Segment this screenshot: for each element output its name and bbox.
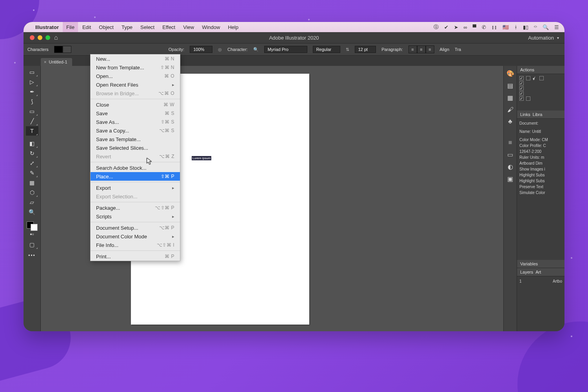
stroke-panel-icon[interactable]: ≡ [508, 139, 512, 146]
file-menu-item-save-selected-slices[interactable]: Save Selected Slices... [91, 143, 180, 152]
curvature-tool[interactable]: ⟆ [26, 97, 38, 106]
file-menu-item-save-a-copy[interactable]: Save a Copy...⌥⌘ S [91, 126, 180, 135]
document-tab[interactable]: × Untitled-1 [41, 58, 72, 66]
screen-icon[interactable]: ▀ [473, 24, 476, 30]
selection-tool[interactable]: ▭ [26, 67, 38, 77]
eraser-tool[interactable]: ◧ [26, 139, 38, 148]
battery-icon[interactable]: ▮▯ [523, 24, 528, 30]
align-right-button[interactable]: ≡ [426, 45, 434, 53]
color-panel-icon[interactable]: 🎨 [506, 70, 514, 77]
font-search-icon[interactable]: 🔍 [253, 47, 259, 52]
font-family-field[interactable]: Myriad Pro [264, 46, 307, 53]
fill-stroke-swatch[interactable] [54, 46, 71, 53]
zoom-window-button[interactable] [45, 35, 50, 40]
home-icon[interactable]: ⌂ [54, 34, 58, 41]
zoom-tool[interactable]: 🔍 [26, 207, 38, 217]
search-icon[interactable]: 🔍 [543, 24, 549, 30]
menu-effect[interactable]: Effect [159, 22, 179, 32]
links-tab-label[interactable]: Links [520, 112, 530, 117]
opacity-field[interactable]: 100% [190, 46, 212, 53]
links-panel-tab[interactable]: Links Libra [517, 111, 564, 119]
file-menu-item-new[interactable]: New...⌘ N [91, 54, 180, 63]
creative-cloud-icon[interactable]: ∞ [464, 24, 467, 30]
bluetooth-icon[interactable]: ᚼ [514, 24, 517, 30]
font-style-field[interactable]: Regular [313, 46, 340, 53]
properties-panel-icon[interactable]: ▤ [507, 82, 513, 89]
file-menu-item-place[interactable]: Place...⇧⌘ P [91, 172, 180, 181]
variables-panel-tab[interactable]: Variables [517, 260, 564, 268]
workspace-switcher[interactable]: Automation [528, 35, 554, 41]
file-menu-item-save[interactable]: Save⌘ S [91, 109, 180, 118]
rotate-tool[interactable]: ↻ [26, 149, 38, 158]
swatches-panel-icon[interactable]: ▦ [507, 94, 513, 102]
style-target-icon[interactable]: ◎ [218, 47, 222, 52]
chevron-down-icon[interactable]: ▾ [557, 36, 559, 40]
screen-mode-tool[interactable]: ▢ [26, 240, 38, 249]
menu-file[interactable]: File [63, 22, 78, 32]
menu-type[interactable]: Type [118, 22, 136, 32]
actions-panel-tab[interactable]: Actions [517, 66, 564, 74]
menu-help[interactable]: Help [224, 22, 242, 32]
menu-object[interactable]: Object [95, 22, 117, 32]
file-menu-item-print[interactable]: Print...⌘ P [91, 252, 180, 261]
appearance-panel-icon[interactable]: ▣ [507, 175, 513, 183]
shield-icon[interactable]: ✔ [444, 24, 448, 30]
file-menu-item-document-setup[interactable]: Document Setup...⌥⌘ P [91, 223, 180, 232]
pen-tool[interactable]: ✒ [26, 87, 38, 96]
type-tool[interactable]: T [26, 126, 38, 136]
artboards-tab-label[interactable]: Art [535, 270, 541, 274]
layers-tab-label[interactable]: Layers [520, 270, 533, 274]
close-window-button[interactable] [30, 35, 34, 40]
color-mode-row[interactable]: ▪▫ [26, 231, 38, 237]
layer-row[interactable]: 1 Artbo [519, 278, 562, 285]
sliders-icon[interactable]: ⫿⫿ [492, 24, 497, 30]
edit-toolbar-button[interactable]: ••• [26, 250, 38, 259]
align-label[interactable]: Align [440, 47, 449, 52]
transform-label[interactable]: Tra [455, 47, 461, 52]
app-name[interactable]: Illustrator [32, 24, 62, 30]
file-menu-item-save-as-template[interactable]: Save as Template... [91, 135, 180, 143]
size-link-icon[interactable]: ⇅ [346, 47, 349, 52]
menu-view[interactable]: View [180, 22, 198, 32]
control-center-icon[interactable]: ☰ [554, 24, 559, 30]
gradient-tool[interactable]: ▦ [26, 178, 38, 187]
file-menu-item-file-info[interactable]: File Info...⌥⇧⌘ I [91, 241, 180, 249]
menu-edit[interactable]: Edit [79, 22, 94, 32]
line-tool[interactable]: ╱ [26, 116, 38, 126]
telegram-icon[interactable]: ➤ [454, 24, 458, 30]
file-menu-item-open-recent-files[interactable]: Open Recent Files [91, 80, 180, 89]
artboard-tool[interactable]: ▱ [26, 198, 38, 207]
shape-builder-tool[interactable]: ⬡ [26, 188, 38, 197]
direct-selection-tool[interactable]: ▷ [26, 77, 38, 87]
file-menu-item-search-adobe-stock[interactable]: Search Adobe Stock... [91, 163, 180, 172]
symbols-panel-icon[interactable]: ♣ [508, 118, 512, 125]
gradient-panel-icon[interactable]: ▭ [507, 151, 513, 158]
close-tab-icon[interactable]: × [44, 60, 46, 64]
minimize-window-button[interactable] [38, 35, 42, 40]
libraries-tab-label[interactable]: Libra [533, 112, 542, 117]
menu-select[interactable]: Select [137, 22, 158, 32]
flag-icon[interactable]: 🇺🇸 [503, 24, 509, 30]
file-menu-item-close[interactable]: Close⌘ W [91, 100, 180, 109]
align-center-button[interactable]: ≡ [417, 45, 426, 53]
file-menu-item-export[interactable]: Export [91, 183, 180, 192]
wifi-icon[interactable]: ⌔ [534, 24, 537, 30]
file-menu-item-document-color-mode[interactable]: Document Color Mode [91, 232, 180, 241]
transparency-panel-icon[interactable]: ◐ [508, 163, 513, 171]
file-menu-item-new-from-template[interactable]: New from Template...⇧⌘ N [91, 63, 180, 72]
file-menu-item-save-as[interactable]: Save As...⇧⌘ S [91, 118, 180, 126]
brushes-panel-icon[interactable]: 🖌 [507, 106, 514, 113]
viber-icon[interactable]: ✆ [482, 24, 486, 30]
rectangle-tool[interactable]: ▭ [26, 107, 38, 116]
fill-stroke-control[interactable] [27, 221, 38, 231]
font-size-field[interactable]: 12 pt [355, 46, 376, 53]
file-menu-item-package[interactable]: Package...⌥⇧⌘ P [91, 203, 180, 212]
menu-window[interactable]: Window [198, 22, 223, 32]
text-selection[interactable]: Lorem ipsum [192, 156, 211, 160]
align-left-button[interactable]: ≡ [408, 45, 417, 53]
layers-panel-tab[interactable]: Layers Art [517, 268, 564, 276]
scale-tool[interactable]: ⤢ [26, 158, 38, 168]
eyedropper-tool[interactable]: ✎ [26, 168, 38, 178]
file-menu-item-open[interactable]: Open...⌘ O [91, 72, 180, 80]
file-menu-item-scripts[interactable]: Scripts [91, 212, 180, 221]
